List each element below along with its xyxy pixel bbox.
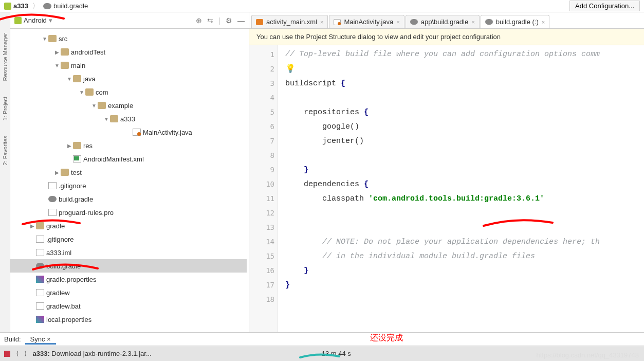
editor-gutter: 123456789101112131415161718 — [249, 45, 278, 332]
tree-node[interactable]: a333.iml — [10, 246, 247, 259]
file-icon — [36, 236, 44, 243]
add-configuration-button[interactable]: Add Configuration... — [569, 1, 640, 11]
tree-node[interactable]: AndroidManifest.xml — [10, 152, 247, 166]
breadcrumb-file[interactable]: build.gradle — [53, 2, 88, 10]
chevron-down-icon: ▾ — [49, 16, 52, 24]
tree-label: build.gradle — [46, 262, 81, 270]
tool-tab-resource-manager[interactable]: Resource Manager — [2, 33, 8, 81]
tree-node[interactable]: ▶res — [10, 139, 247, 152]
gear-icon[interactable]: ⚙ — [226, 16, 232, 25]
pro-icon — [36, 316, 44, 323]
project-tree[interactable]: ▼src▶androidTest▼main▼java▼com▼example▼a… — [10, 29, 249, 332]
code-editor[interactable]: 123456789101112131415161718 // Top-level… — [249, 45, 644, 332]
tree-node[interactable]: build.gradle — [10, 192, 247, 206]
tree-twistie[interactable]: ▶ — [53, 170, 61, 175]
gradlefile-icon — [48, 196, 57, 202]
close-icon[interactable]: × — [471, 19, 474, 25]
editor-notification-banner[interactable]: You can use the Project Structure dialog… — [249, 29, 644, 45]
locate-icon[interactable]: ⊕ — [196, 16, 202, 25]
tree-node[interactable]: ▼src — [10, 32, 247, 45]
stop-icon[interactable] — [4, 351, 10, 357]
annotation-text: 还没完成 — [370, 333, 403, 344]
tree-label: .gitignore — [46, 236, 73, 243]
file-icon — [48, 182, 57, 189]
breadcrumb-bar: a333 〉 build.gradle Add Configuration... — [0, 0, 644, 12]
close-icon[interactable]: × — [47, 335, 51, 343]
tree-twistie[interactable]: ▼ — [90, 103, 98, 109]
tree-twistie[interactable]: ▼ — [78, 89, 85, 95]
editor-tab[interactable]: build.gradle (:)× — [481, 15, 550, 28]
file-icon — [36, 289, 44, 296]
tree-node[interactable]: gradlew.bat — [10, 299, 247, 313]
gradle-icon — [43, 3, 51, 9]
tree-label: gradlew.bat — [46, 302, 81, 310]
tree-twistie[interactable]: ▼ — [103, 116, 110, 122]
tree-node[interactable]: ▼example — [10, 99, 247, 112]
tree-twistie[interactable]: ▼ — [41, 36, 48, 42]
tree-node[interactable]: MainActivity.java — [10, 125, 247, 139]
android-icon — [14, 17, 22, 24]
editor-tab[interactable]: activity_main.xml× — [251, 15, 328, 28]
project-view-mode[interactable]: Android ▾ — [14, 16, 52, 24]
tree-node[interactable]: ▼com — [10, 85, 247, 99]
spinner-icon: ( ) — [15, 350, 27, 357]
gradle-icon — [410, 19, 418, 25]
editor-tabs: activity_main.xml×MainActivity.java×app\… — [249, 12, 644, 29]
editor-tab[interactable]: MainActivity.java× — [329, 15, 404, 28]
tree-label: res — [83, 142, 93, 150]
collapse-icon[interactable]: ⇆ — [207, 16, 213, 25]
tree-node[interactable]: .gitignore — [10, 232, 247, 246]
folder-icon — [61, 48, 69, 56]
tab-label: app\build.gradle — [421, 18, 469, 26]
tree-twistie[interactable]: ▶ — [66, 143, 73, 149]
build-tab-sync[interactable]: Sync × — [25, 334, 56, 345]
tree-node[interactable]: gradlew — [10, 286, 247, 299]
build-tool-window: Build: Sync × ( ) a333: Download jaxb-ru… — [0, 332, 644, 361]
tree-node[interactable]: ▶test — [10, 166, 247, 179]
tree-node[interactable]: ▶gradle — [10, 219, 247, 232]
folder-icon — [61, 169, 69, 176]
tree-label: build.gradle — [59, 195, 93, 203]
project-pane-header: Android ▾ ⊕ ⇆ | ⚙ — — [10, 12, 249, 29]
tree-node[interactable]: ▼java — [10, 72, 247, 85]
breadcrumb-project[interactable]: a333 — [13, 2, 28, 10]
build-elapsed-time: 13 m 44 s — [322, 350, 351, 357]
tree-twistie[interactable]: ▶ — [53, 49, 61, 55]
xml-icon — [256, 19, 263, 25]
tab-label: activity_main.xml — [266, 18, 317, 26]
chevron-right-icon: 〉 — [32, 2, 39, 11]
minimize-icon[interactable]: — — [237, 16, 245, 25]
tree-twistie[interactable]: ▶ — [29, 223, 36, 229]
java-icon — [334, 19, 341, 25]
left-tool-strip: Resource Manager 1: Project 2: Favorites — [0, 12, 10, 332]
android-icon — [4, 3, 11, 10]
tree-node[interactable]: ▼a333 — [10, 112, 247, 125]
tool-tab-project[interactable]: 1: Project — [2, 97, 8, 120]
tree-label: proguard-rules.pro — [59, 209, 114, 216]
close-icon[interactable]: × — [542, 19, 545, 25]
tree-node[interactable]: ▼main — [10, 59, 247, 72]
editor-tab[interactable]: app\build.gradle× — [406, 15, 480, 28]
file-icon — [36, 302, 44, 310]
tree-node[interactable]: proguard-rules.pro — [10, 206, 247, 219]
folder-open-icon — [85, 88, 94, 96]
tab-label: build.gradle (:) — [496, 18, 539, 26]
editor-code-area[interactable]: // Top-level build file where you can ad… — [278, 45, 644, 332]
tree-node[interactable]: build.gradle — [10, 259, 247, 273]
close-icon[interactable]: × — [320, 19, 323, 25]
pro-icon — [36, 276, 44, 283]
folder-open-icon — [61, 62, 69, 69]
tree-label: com — [96, 88, 108, 96]
tool-tab-favorites[interactable]: 2: Favorites — [2, 136, 8, 165]
tree-label: main — [71, 62, 85, 69]
tree-node[interactable]: .gitignore — [10, 179, 247, 192]
tree-node[interactable]: local.properties — [10, 313, 247, 326]
tree-node[interactable]: gradle.properties — [10, 273, 247, 286]
folder-open-icon — [48, 35, 57, 42]
tree-label: MainActivity.java — [143, 129, 192, 136]
close-icon[interactable]: × — [396, 19, 399, 25]
tree-twistie[interactable]: ▼ — [53, 63, 61, 68]
tab-label: MainActivity.java — [344, 18, 393, 26]
tree-node[interactable]: ▶androidTest — [10, 45, 247, 59]
tree-twistie[interactable]: ▼ — [66, 76, 73, 82]
